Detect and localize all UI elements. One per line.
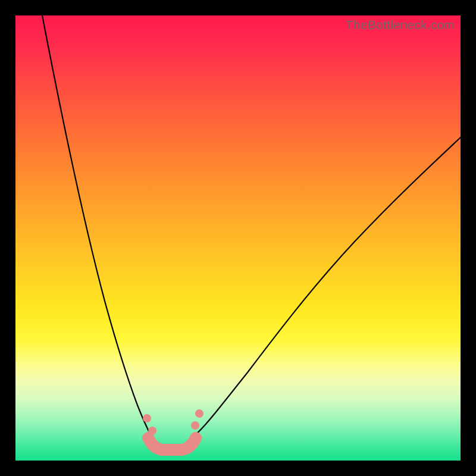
right-curve	[194, 137, 461, 436]
chart-area: TheBottleneck.com	[15, 15, 461, 461]
valley-marker	[148, 438, 196, 450]
marker-dot	[143, 414, 151, 422]
marker-dot	[195, 409, 203, 418]
chart-svg	[15, 15, 461, 461]
left-curve	[42, 15, 151, 436]
marker-dot	[191, 421, 199, 430]
marker-dot	[148, 427, 156, 435]
